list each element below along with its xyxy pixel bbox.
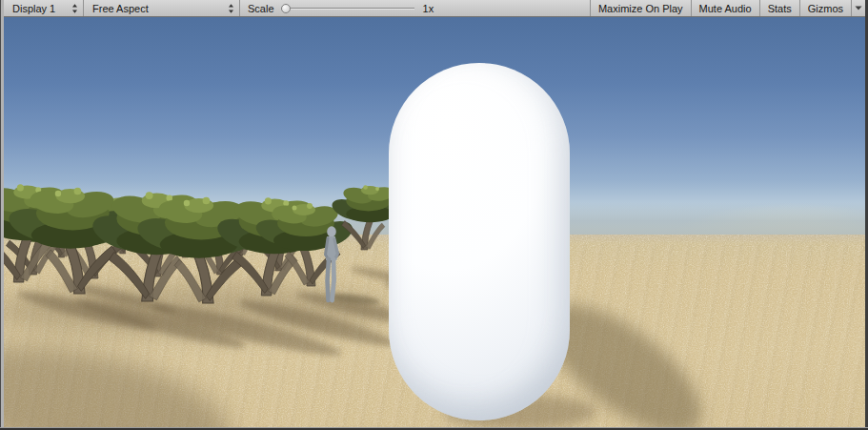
scale-slider-thumb[interactable] bbox=[281, 4, 291, 13]
stats-button[interactable]: Stats bbox=[759, 0, 799, 16]
aspect-dropdown[interactable]: Free Aspect bbox=[84, 0, 240, 16]
scale-value: 1x bbox=[423, 3, 434, 14]
scale-control: Scale 1x bbox=[240, 0, 441, 16]
gizmos-caret-button[interactable] bbox=[851, 0, 865, 16]
scale-label: Scale bbox=[248, 3, 274, 14]
game-view-toolbar: Display 1 Free Aspect Scale 1x Maximize … bbox=[4, 0, 865, 17]
toolbar-spacer bbox=[441, 0, 590, 16]
dropdown-arrows-icon bbox=[71, 3, 78, 14]
scale-slider-track[interactable] bbox=[283, 8, 414, 10]
dropdown-arrows-icon bbox=[228, 3, 234, 14]
character-mesh bbox=[315, 225, 344, 305]
display-dropdown-label: Display 1 bbox=[12, 3, 55, 14]
chevron-down-icon bbox=[855, 6, 862, 10]
window-border-left bbox=[0, 0, 4, 430]
gizmos-button[interactable]: Gizmos bbox=[799, 0, 851, 16]
capsule-mesh bbox=[389, 63, 570, 420]
aspect-dropdown-label: Free Aspect bbox=[92, 3, 149, 14]
scale-slider[interactable] bbox=[281, 2, 416, 15]
game-viewport[interactable] bbox=[4, 17, 865, 427]
unity-game-window: Display 1 Free Aspect Scale 1x Maximize … bbox=[0, 0, 868, 430]
mute-audio-button[interactable]: Mute Audio bbox=[691, 0, 759, 16]
display-dropdown[interactable]: Display 1 bbox=[4, 0, 84, 16]
maximize-on-play-button[interactable]: Maximize On Play bbox=[590, 0, 691, 16]
